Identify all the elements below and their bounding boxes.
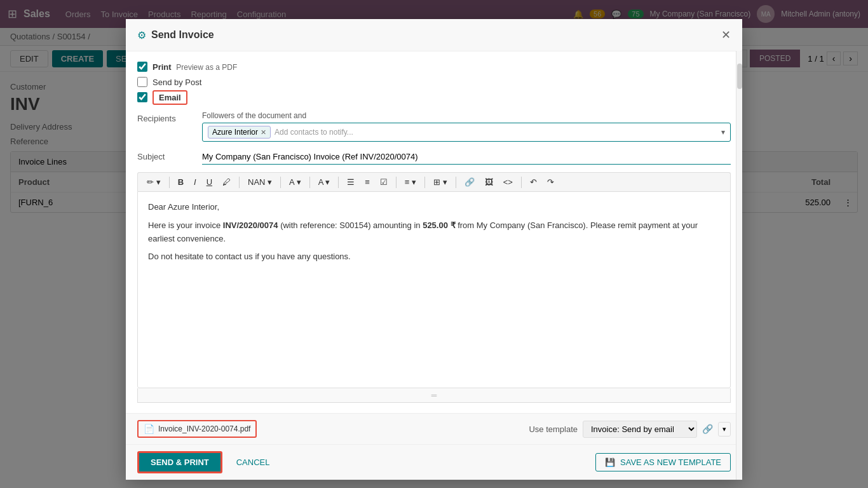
toolbar-ul-btn[interactable]: ☰ xyxy=(343,175,358,189)
save-as-template-button[interactable]: 💾 SAVE AS NEW TEMPLATE xyxy=(595,453,731,471)
send-invoice-modal: ⚙ Send Invoice ✕ Print Preview as a PDF … xyxy=(126,19,742,480)
email-editor[interactable]: Dear Azure Interior, Here is your invoic… xyxy=(137,191,731,388)
toolbar-italic-btn[interactable]: I xyxy=(190,175,200,189)
recipients-dropdown-arrow[interactable]: ▾ xyxy=(721,128,725,137)
email-label: Email xyxy=(153,93,187,102)
azure-interior-tag: Azure Interior ✕ xyxy=(208,126,271,139)
email-greeting: Dear Azure Interior, xyxy=(148,201,720,214)
toolbar-image-btn[interactable]: 🖼 xyxy=(481,175,497,189)
template-section: Use template Invoice: Send by email 🔗 ▾ xyxy=(529,421,731,438)
toolbar-fontsize-btn[interactable]: A ▾ xyxy=(285,175,305,189)
toolbar-style-btn[interactable]: ✏ ▾ xyxy=(143,175,165,189)
toolbar-table-btn[interactable]: ⊞ ▾ xyxy=(430,175,451,189)
template-dropdown-button[interactable]: ▾ xyxy=(718,422,731,437)
save-icon: 💾 xyxy=(605,458,615,467)
toolbar-checklist-btn[interactable]: ☑ xyxy=(376,175,391,189)
print-label: Print Preview as a PDF xyxy=(153,62,237,72)
toolbar-code-btn[interactable]: <> xyxy=(499,175,517,189)
toolbar-strikethrough-btn[interactable]: 🖊 xyxy=(219,175,234,189)
toolbar-redo-btn[interactable]: ↷ xyxy=(543,175,558,189)
toolbar-bold-btn[interactable]: B xyxy=(174,175,187,189)
editor-resize-handle[interactable]: ═ xyxy=(137,388,731,403)
subject-row: Subject xyxy=(137,149,731,165)
toolbar-sep-5 xyxy=(338,177,339,188)
toolbar-underline-btn[interactable]: U xyxy=(203,175,216,189)
send-post-option: Send by Post xyxy=(137,77,731,87)
toolbar-sep-1 xyxy=(169,177,170,188)
toolbar-sep-3 xyxy=(280,177,281,188)
options-section: Print Preview as a PDF Send by Post Emai… xyxy=(137,62,731,102)
attachment-icon: 📄 xyxy=(144,424,154,434)
modal-footer: 📄 Invoice_INV-2020-0074.pdf Use template… xyxy=(126,413,742,444)
email-line2: Do not hesitate to contact us if you hav… xyxy=(148,250,720,264)
email-option: Email xyxy=(137,92,731,102)
template-label: Use template xyxy=(529,424,578,434)
print-checkbox[interactable] xyxy=(137,62,147,72)
email-checkbox[interactable] xyxy=(137,92,147,102)
modal-scrollbar[interactable] xyxy=(736,51,742,480)
modal-actions: SEND & PRINT CANCEL 💾 SAVE AS NEW TEMPLA… xyxy=(126,444,742,480)
recipients-input[interactable]: Azure Interior ✕ Add contacts to notify.… xyxy=(202,123,731,142)
recipients-label: Recipients xyxy=(137,111,194,123)
toolbar-align-btn[interactable]: ≡ ▾ xyxy=(401,175,420,189)
toolbar-link-btn[interactable]: 🔗 xyxy=(461,175,478,189)
toolbar-font-btn[interactable]: NAN ▾ xyxy=(244,175,276,189)
modal-send-print-button[interactable]: SEND & PRINT xyxy=(137,451,222,473)
editor-toolbar: ✏ ▾ B I U 🖊 NAN ▾ A ▾ A ▾ ☰ ≡ ☑ ≡ ▾ ⊞ ▾ xyxy=(137,172,731,191)
remove-tag-icon[interactable]: ✕ xyxy=(261,128,266,137)
send-post-label: Send by Post xyxy=(153,78,201,87)
modal-overlay: ⚙ Send Invoice ✕ Print Preview as a PDF … xyxy=(0,0,868,488)
modal-header: ⚙ Send Invoice ✕ xyxy=(126,19,742,51)
toolbar-sep-6 xyxy=(396,177,397,188)
email-line1: Here is your invoice INV/2020/0074 (with… xyxy=(148,219,720,246)
modal-body: Print Preview as a PDF Send by Post Emai… xyxy=(126,51,742,413)
modal-title: Send Invoice xyxy=(151,29,214,41)
toolbar-sep-8 xyxy=(456,177,456,188)
resize-icon: ═ xyxy=(431,391,437,400)
send-post-checkbox[interactable] xyxy=(137,77,147,87)
modal-close-button[interactable]: ✕ xyxy=(721,28,731,42)
recipients-row: Recipients Followers of the document and… xyxy=(137,111,731,142)
print-option: Print Preview as a PDF xyxy=(137,62,731,72)
amount-bold: 525.00 ₹ xyxy=(423,220,455,230)
subject-input[interactable] xyxy=(202,149,731,165)
toolbar-color-btn[interactable]: A ▾ xyxy=(315,175,334,189)
recipients-field: Followers of the document and Azure Inte… xyxy=(202,111,731,142)
modal-icon: ⚙ xyxy=(137,29,146,41)
invoice-ref-bold: INV/2020/0074 xyxy=(223,220,278,230)
toolbar-sep-9 xyxy=(521,177,522,188)
attachment-preview[interactable]: 📄 Invoice_INV-2020-0074.pdf xyxy=(137,420,257,438)
template-select[interactable]: Invoice: Send by email xyxy=(583,421,697,438)
toolbar-sep-4 xyxy=(309,177,310,188)
attachment-filename: Invoice_INV-2020-0074.pdf xyxy=(158,424,250,433)
subject-label: Subject xyxy=(137,149,194,161)
toolbar-ol-btn[interactable]: ≡ xyxy=(361,175,374,189)
toolbar-sep-7 xyxy=(424,177,425,188)
template-external-link-button[interactable]: 🔗 xyxy=(702,424,713,434)
modal-cancel-button[interactable]: CANCEL xyxy=(229,453,278,471)
subject-field[interactable] xyxy=(202,149,731,165)
toolbar-undo-btn[interactable]: ↶ xyxy=(526,175,541,189)
toolbar-sep-2 xyxy=(239,177,240,188)
recipients-hint: Followers of the document and xyxy=(202,111,731,120)
add-contacts-placeholder: Add contacts to notify... xyxy=(275,128,353,137)
